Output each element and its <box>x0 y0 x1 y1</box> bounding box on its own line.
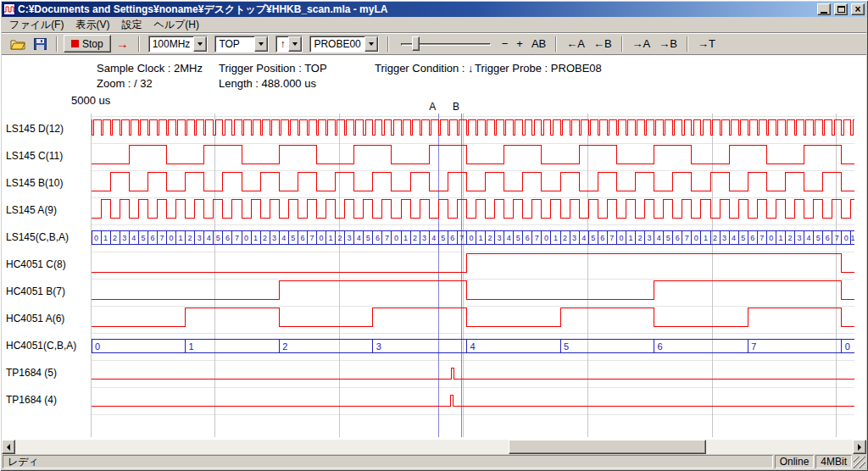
menu-help[interactable]: ヘルプ(H) <box>147 17 205 33</box>
svg-text:0: 0 <box>544 234 548 242</box>
svg-text:0: 0 <box>469 234 473 242</box>
resize-grip[interactable] <box>854 457 865 468</box>
svg-text:7: 7 <box>685 234 689 242</box>
open-folder-icon <box>10 38 25 50</box>
svg-text:6: 6 <box>600 234 604 242</box>
svg-text:0: 0 <box>844 234 849 242</box>
scrollbar-thumb[interactable] <box>509 440 706 454</box>
svg-text:1: 1 <box>850 234 854 242</box>
marker-label: A <box>429 101 436 113</box>
svg-text:5: 5 <box>141 234 145 242</box>
svg-text:5: 5 <box>216 234 220 242</box>
svg-text:2: 2 <box>282 341 287 352</box>
next-marker-b-button[interactable]: →B <box>655 36 681 52</box>
toolbar-separator <box>555 36 557 52</box>
chevron-down-icon[interactable] <box>364 36 378 52</box>
zoom-in-button[interactable]: + <box>513 36 526 52</box>
trigger-probe-value: PROBE00 <box>310 36 364 52</box>
chevron-down-icon[interactable] <box>254 36 268 52</box>
menu-view[interactable]: 表示(V) <box>70 17 115 33</box>
show-ab-button[interactable]: AB <box>528 36 549 52</box>
trigger-edge-value: ↑ <box>276 36 288 52</box>
save-floppy-icon <box>34 38 47 50</box>
zoom-out-button[interactable]: − <box>498 36 512 52</box>
svg-text:1: 1 <box>179 234 183 242</box>
svg-text:1: 1 <box>103 234 108 242</box>
svg-text:7: 7 <box>385 234 389 242</box>
svg-text:6: 6 <box>526 234 530 242</box>
save-button[interactable] <box>31 36 50 52</box>
svg-text:5: 5 <box>366 234 370 242</box>
stop-button[interactable]: Stop <box>64 35 111 53</box>
svg-text:1: 1 <box>253 234 258 242</box>
toolbar-separator <box>138 36 140 52</box>
svg-text:3: 3 <box>572 234 576 242</box>
svg-text:2: 2 <box>263 234 267 242</box>
svg-text:0: 0 <box>94 234 98 242</box>
scroll-right-button[interactable] <box>853 440 866 454</box>
zoom-slider[interactable] <box>398 35 493 53</box>
svg-text:6: 6 <box>826 234 830 242</box>
svg-text:1: 1 <box>403 234 408 242</box>
toolbar-separator <box>621 36 623 52</box>
svg-text:3: 3 <box>647 234 651 242</box>
svg-text:6: 6 <box>225 234 230 242</box>
marker-label: B <box>453 101 459 113</box>
trigger-probe-combo[interactable]: PROBE00 <box>309 36 378 53</box>
chevron-down-icon[interactable] <box>193 36 207 52</box>
trigger-edge-combo[interactable]: ↑ <box>275 36 303 53</box>
status-memory: 4MBit <box>815 455 852 468</box>
svg-text:3: 3 <box>376 341 381 352</box>
menu-file[interactable]: ファイル(F) <box>3 17 70 33</box>
zoom-slider-thumb[interactable] <box>412 36 420 51</box>
client-area: Sample Clock : 2MHz Trigger Position : T… <box>2 54 866 440</box>
svg-text:5: 5 <box>516 234 520 242</box>
stop-label: Stop <box>82 38 103 50</box>
status-message: レディ <box>3 455 773 468</box>
scrollbar-track[interactable] <box>15 440 853 454</box>
window-title: C:¥Documents and Settings¥noname¥デスクトップ¥… <box>18 3 814 17</box>
svg-text:7: 7 <box>235 234 239 242</box>
svg-text:4: 4 <box>470 341 475 352</box>
close-icon: × <box>854 5 860 14</box>
next-marker-a-button[interactable]: →A <box>629 36 654 52</box>
svg-text:0: 0 <box>694 234 698 242</box>
menu-settings[interactable]: 設定 <box>115 17 147 33</box>
goto-trigger-button[interactable]: →T <box>694 36 719 52</box>
svg-text:3: 3 <box>122 234 126 242</box>
scroll-left-button[interactable] <box>2 440 15 454</box>
titlebar[interactable]: C:¥Documents and Settings¥noname¥デスクトップ¥… <box>2 2 866 17</box>
svg-text:0: 0 <box>244 234 248 242</box>
maximize-button[interactable] <box>834 3 848 15</box>
sample-clock-value: 100MHz <box>149 36 194 52</box>
toolbar-separator <box>387 36 389 52</box>
trigger-position-combo[interactable]: TOP <box>214 36 269 53</box>
svg-text:3: 3 <box>348 234 352 242</box>
open-button[interactable] <box>7 36 29 52</box>
close-button[interactable]: × <box>851 3 865 15</box>
svg-text:2: 2 <box>713 234 717 242</box>
minimize-button[interactable] <box>817 3 831 15</box>
svg-text:5: 5 <box>741 234 745 242</box>
chevron-down-icon[interactable] <box>288 36 302 52</box>
goto-marker-b-button[interactable]: ←B <box>590 36 615 52</box>
svg-text:2: 2 <box>563 234 567 242</box>
svg-text:1: 1 <box>704 234 708 242</box>
plot-container: AB01234567012345670123456701234567012345… <box>2 55 866 440</box>
menubar: ファイル(F) 表示(V) 設定 ヘルプ(H) <box>2 17 866 32</box>
maximize-icon <box>837 6 845 13</box>
svg-text:7: 7 <box>459 234 464 242</box>
svg-text:2: 2 <box>188 234 192 242</box>
svg-text:6: 6 <box>300 234 304 242</box>
minimize-icon <box>821 12 827 14</box>
run-button[interactable]: → <box>113 35 132 53</box>
svg-text:6: 6 <box>750 234 754 242</box>
horizontal-scrollbar[interactable] <box>2 440 866 454</box>
app-window: C:¥Documents and Settings¥noname¥デスクトップ¥… <box>0 0 868 471</box>
svg-text:3: 3 <box>272 234 276 242</box>
goto-marker-a-button[interactable]: ←A <box>563 36 588 52</box>
svg-text:7: 7 <box>535 234 539 242</box>
svg-text:1: 1 <box>554 234 558 242</box>
sample-clock-combo[interactable]: 100MHz <box>148 36 209 53</box>
svg-text:4: 4 <box>581 234 586 242</box>
